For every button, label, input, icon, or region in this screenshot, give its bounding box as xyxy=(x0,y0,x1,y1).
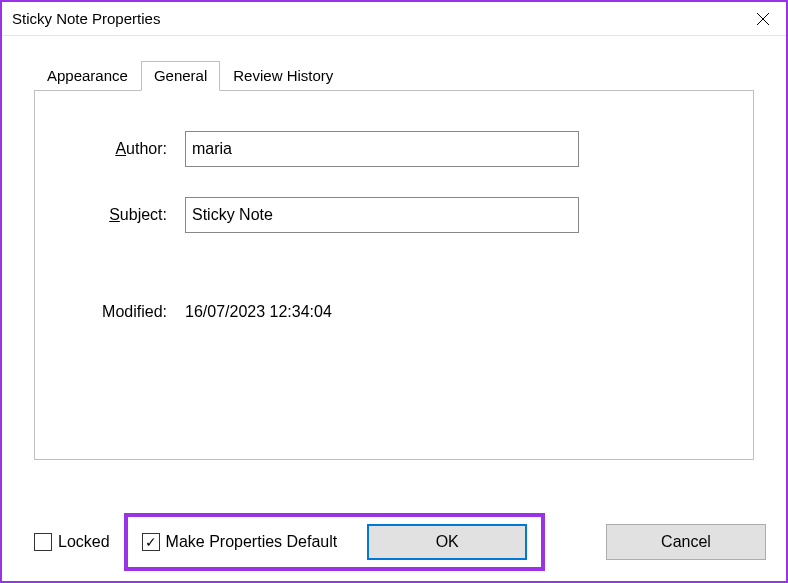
modified-value: 16/07/2023 12:34:04 xyxy=(185,303,332,321)
author-label: Author: xyxy=(65,140,185,158)
tab-appearance[interactable]: Appearance xyxy=(34,61,141,91)
make-default-checkbox[interactable]: Make Properties Default xyxy=(142,533,338,551)
close-button[interactable] xyxy=(740,3,786,35)
tab-review-history[interactable]: Review History xyxy=(220,61,346,91)
author-input[interactable] xyxy=(185,131,579,167)
make-default-label: Make Properties Default xyxy=(166,533,338,551)
modified-label: Modified: xyxy=(65,303,185,321)
locked-label: Locked xyxy=(58,533,110,551)
general-panel: Author: Subject: Modified: 16/07/2023 12… xyxy=(34,90,754,460)
window-title: Sticky Note Properties xyxy=(12,10,160,27)
ok-button[interactable]: OK xyxy=(367,524,527,560)
subject-input[interactable] xyxy=(185,197,579,233)
locked-checkbox-box xyxy=(34,533,52,551)
dialog-footer: Locked Make Properties Default OK Cancel xyxy=(2,503,786,581)
author-row: Author: xyxy=(65,131,723,167)
close-icon xyxy=(757,13,769,25)
subject-row: Subject: xyxy=(65,197,723,233)
subject-label: Subject: xyxy=(65,206,185,224)
highlight-annotation: Make Properties Default OK xyxy=(124,513,546,571)
cancel-button[interactable]: Cancel xyxy=(606,524,766,560)
make-default-checkbox-box xyxy=(142,533,160,551)
properties-dialog: Sticky Note Properties Appearance Genera… xyxy=(0,0,788,583)
locked-checkbox[interactable]: Locked xyxy=(34,533,110,551)
titlebar: Sticky Note Properties xyxy=(2,2,786,36)
tab-strip: Appearance General Review History xyxy=(34,60,754,90)
content-area: Appearance General Review History Author… xyxy=(2,36,786,480)
tab-general[interactable]: General xyxy=(141,61,220,91)
modified-row: Modified: 16/07/2023 12:34:04 xyxy=(65,303,723,321)
